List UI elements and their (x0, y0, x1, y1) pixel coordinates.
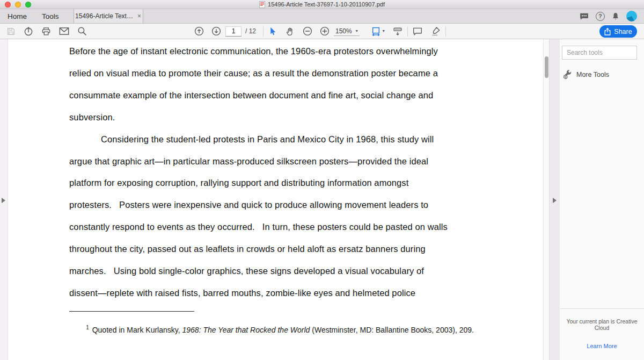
window-title: 15496-Article Text-37697-1-10-20110907.p… (268, 1, 385, 8)
notifications-button[interactable] (611, 12, 620, 21)
body-text-line: dissent—replete with raised fists, barre… (69, 282, 543, 304)
toolbar: / 12 150% ▾ ▾ (0, 24, 644, 39)
close-window-button[interactable] (5, 2, 11, 8)
hand-icon (286, 27, 295, 36)
window-title-area: 15496-Article Text-37697-1-10-20110907.p… (0, 0, 644, 9)
next-page-button[interactable] (211, 26, 221, 36)
add-comment-button[interactable] (413, 27, 422, 36)
page-down-icon (211, 26, 221, 36)
printer-icon (41, 27, 51, 36)
toolbar-separator (445, 26, 446, 37)
titlebar: 15496-Article Text-37697-1-10-20110907.p… (0, 0, 644, 9)
sidebar-divider (560, 308, 644, 309)
share-button[interactable]: Share (599, 25, 637, 38)
vertical-scrollbar[interactable] (543, 39, 549, 360)
bell-icon (611, 12, 620, 21)
page-count-label: / 12 (245, 27, 256, 35)
body-text-line: marches. Using bold single-color graphic… (69, 260, 543, 282)
hide-toolbar-button[interactable] (393, 27, 402, 36)
save-button[interactable] (6, 27, 16, 36)
body-text-line: constantly respond to events as they occ… (69, 216, 543, 238)
tab-document-label: 15496-Article Text… (75, 12, 133, 20)
page-up-icon (194, 26, 204, 36)
scrollbar-thumb[interactable] (545, 56, 548, 78)
content-area: Before the age of instant electronic com… (0, 39, 644, 360)
find-button[interactable] (77, 26, 87, 36)
body-text-line: platform for exposing corruption, rallyi… (69, 172, 543, 194)
comments-panel-button[interactable] (579, 12, 589, 21)
highlight-button[interactable] (431, 26, 441, 36)
tab-bar: Home Tools 15496-Article Text… × ? (0, 9, 644, 24)
comment-bubble-icon (413, 27, 422, 36)
zoom-level-dropdown[interactable]: 150% ▾ (334, 27, 360, 36)
tab-tools-label: Tools (42, 12, 59, 20)
zoom-window-button[interactable] (25, 2, 31, 8)
speech-bubble-icon (579, 12, 589, 21)
tab-document[interactable]: 15496-Article Text… × (74, 9, 143, 23)
page-fit-dropdown[interactable]: ▾ (371, 27, 385, 36)
plan-panel: Your current plan is Creative Cloud Lear… (560, 308, 644, 360)
search-icon (77, 26, 87, 36)
fit-width-icon (371, 27, 380, 36)
wrench-plus-icon (563, 70, 572, 79)
hand-tool-button[interactable] (286, 27, 295, 36)
toolbar-file-group (0, 26, 87, 36)
more-tools-button[interactable]: More Tools (563, 70, 644, 79)
tabbar-right-icons: ? (579, 9, 644, 23)
acrobat-window: 15496-Article Text-37697-1-10-20110907.p… (0, 0, 644, 360)
traffic-lights (0, 2, 31, 8)
footnote-separator (69, 311, 194, 312)
footnote-marker: 1 (86, 325, 89, 330)
footnote: 1Quoted in Mark Kurlansky, 1968: The Yea… (69, 317, 543, 343)
toolbar-navigation-group: / 12 150% ▾ ▾ (194, 24, 451, 39)
tab-tools[interactable]: Tools (34, 9, 67, 23)
body-text-line: Before the age of instant electronic com… (69, 40, 543, 62)
toolbar-separator (407, 26, 408, 37)
more-tools-label: More Tools (576, 71, 609, 78)
footnote-text: (Westminster, MD: Ballantine Books, 2003… (310, 326, 474, 334)
cursor-arrow-icon (268, 27, 277, 36)
help-icon: ? (598, 13, 602, 19)
pdf-file-icon (259, 1, 265, 8)
share-icon (604, 28, 611, 35)
expand-left-panel-icon[interactable] (2, 198, 5, 203)
email-button[interactable] (59, 27, 69, 35)
save-icon (6, 27, 16, 36)
highlighter-icon (431, 26, 441, 36)
learn-more-link[interactable]: Learn More (587, 343, 617, 349)
page-number-input[interactable] (225, 26, 241, 37)
minimize-window-button[interactable] (15, 2, 21, 8)
search-tools-input[interactable] (562, 46, 637, 60)
footnote-book-title: 1968: The Year that Rocked the World (182, 326, 310, 334)
body-text-line: Considering the student-led protests in … (69, 128, 543, 150)
body-text-line: consummate example of the intersection b… (69, 84, 543, 106)
toolbar-collapse-icon (393, 27, 402, 36)
upload-cloud-button[interactable] (24, 26, 33, 36)
toolbar-separator (263, 26, 264, 37)
minus-circle-icon (303, 26, 312, 36)
envelope-icon (59, 27, 69, 35)
zoom-out-button[interactable] (303, 26, 312, 36)
body-text-line: subversion. (69, 106, 543, 128)
select-tool-button[interactable] (268, 27, 277, 36)
body-text-line: relied on visual media to promote their … (69, 62, 543, 84)
expand-right-panel-icon[interactable] (553, 198, 557, 203)
footnote-text: Quoted in Mark Kurlansky, (92, 326, 182, 334)
previous-page-button[interactable] (194, 26, 204, 36)
body-text-line: protesters. Posters were inexpensive and… (69, 194, 543, 216)
tools-sidebar: More Tools Your current plan is Creative… (560, 39, 644, 360)
plan-status-text: Your current plan is Creative Cloud (560, 318, 644, 331)
cloud-upload-icon (24, 26, 33, 36)
plus-circle-icon (320, 26, 330, 36)
tab-home[interactable]: Home (0, 9, 34, 23)
user-avatar[interactable] (626, 11, 637, 21)
close-tab-icon[interactable]: × (137, 13, 141, 19)
document-page[interactable]: Before the age of instant electronic com… (8, 39, 543, 360)
help-button[interactable]: ? (596, 12, 605, 21)
body-text-line: argue that graphic art—in particular mas… (69, 150, 543, 172)
zoom-in-button[interactable] (320, 26, 330, 36)
share-button-label: Share (614, 28, 632, 35)
print-button[interactable] (41, 27, 51, 36)
body-text-line: throughout the city, passed out as leafl… (69, 238, 543, 260)
chevron-down-icon: ▾ (356, 29, 358, 33)
